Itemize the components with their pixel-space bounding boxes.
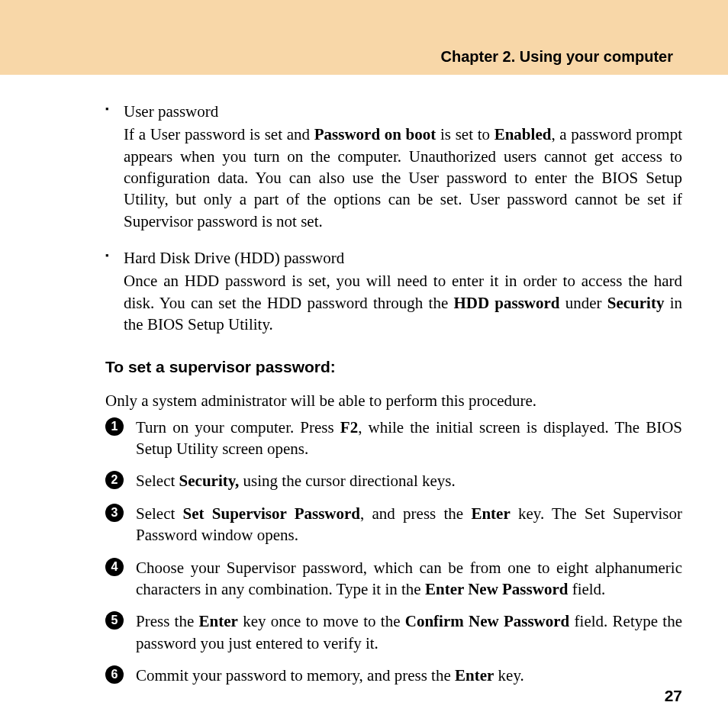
header-band: Chapter 2. Using your computer — [0, 0, 728, 75]
bullet-desc: Once an HDD password is set, you will ne… — [124, 270, 682, 335]
step-item: Select Set Supervisor Password, and pres… — [136, 503, 682, 546]
step-item: Choose your Supervisor password, which c… — [136, 557, 682, 601]
chapter-title: Chapter 2. Using your computer — [441, 48, 674, 65]
bullet-term: User password — [124, 101, 682, 122]
section-heading: To set a supervisor password: — [105, 358, 682, 376]
step-item: Select Security, using the cursor direct… — [136, 470, 682, 491]
bullet-item: User password If a User password is set … — [124, 101, 682, 232]
bullet-item: Hard Disk Drive (HDD) password Once an H… — [124, 247, 682, 335]
bullet-term: Hard Disk Drive (HDD) password — [124, 247, 682, 269]
section-intro: Only a system administrator will be able… — [105, 390, 682, 411]
steps-list: Turn on your computer. Press F2, while t… — [46, 417, 682, 686]
page-body: User password If a User password is set … — [0, 75, 728, 712]
step-item: Press the Enter key once to move to the … — [136, 610, 682, 654]
step-item: Commit your password to memory, and pres… — [136, 665, 682, 686]
bullet-list: User password If a User password is set … — [46, 101, 682, 335]
bullet-desc: If a User password is set and Password o… — [124, 124, 682, 232]
page-number: 27 — [665, 687, 682, 705]
step-item: Turn on your computer. Press F2, while t… — [136, 417, 682, 460]
